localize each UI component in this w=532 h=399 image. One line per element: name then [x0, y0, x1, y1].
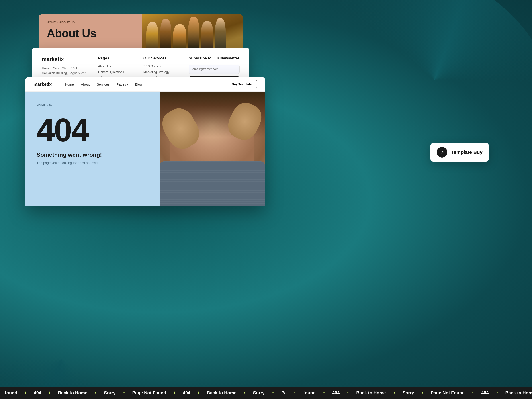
ticker-item-back-3: Back to Home	[351, 390, 391, 395]
error-content: HOME > 404 404 Something went wrong! The…	[25, 92, 265, 206]
buy-template-badge[interactable]: ↗ Template Buy	[431, 143, 489, 162]
navbar-nav: Home About Services Pages Blog	[65, 82, 227, 86]
error-description: The page you're looking for does not exi…	[37, 161, 149, 165]
ticker-item-sorry-3: Sorry	[398, 390, 419, 395]
ticker-star-14: ✦	[471, 391, 475, 395]
ticker-item-back-1: Back to Home	[53, 390, 92, 395]
ticker-star-13: ✦	[421, 391, 424, 395]
error-breadcrumb: HOME > 404	[37, 104, 149, 107]
footer-services-title: Our Services	[143, 56, 180, 61]
ticker-star-10: ✦	[322, 391, 326, 395]
error-heading: Something went wrong!	[37, 151, 149, 158]
ticker-star-9: ✦	[293, 391, 297, 395]
ticker-star-2: ✦	[48, 391, 51, 395]
ticker-item-found-2: found	[298, 390, 321, 395]
about-card: HOME > ABOUT US About Us	[39, 14, 243, 51]
ticker-star-3: ✦	[94, 391, 97, 395]
navbar-brand: marketix	[33, 82, 52, 87]
error-left-panel: HOME > 404 404 Something went wrong! The…	[25, 92, 160, 206]
ticker-item-404-4: 404	[476, 390, 494, 395]
error-right-panel	[160, 92, 265, 206]
ticker-star-11: ✦	[346, 391, 349, 395]
nav-pages[interactable]: Pages	[117, 82, 128, 86]
buy-template-button[interactable]: Buy Template	[227, 80, 257, 89]
ticker-item-sorry-1: Sorry	[99, 390, 120, 395]
ticker-star-15: ✦	[495, 391, 499, 395]
about-image	[142, 14, 243, 51]
footer-link-marketing[interactable]: Marketing Strategy	[143, 70, 180, 74]
ticker-item-found-1: found	[0, 390, 22, 395]
ticker-bar: found ✦ 404 ✦ Back to Home ✦ Sorry ✦ Pag…	[0, 387, 532, 399]
ticker-item-sorry-2: Sorry	[248, 390, 270, 395]
footer-link-seo[interactable]: SEO Booster	[143, 64, 180, 68]
ticker-star-7: ✦	[243, 391, 247, 395]
nav-services[interactable]: Services	[97, 82, 110, 86]
nav-blog[interactable]: Blog	[135, 82, 142, 86]
nav-home[interactable]: Home	[65, 82, 74, 86]
ticker-star-8: ✦	[271, 391, 275, 395]
ticker-item-pa-1: Pa	[276, 390, 291, 395]
ticker-item-back-4: Back to Home	[500, 390, 532, 395]
navbar: marketix Home About Services Pages Blog …	[25, 77, 265, 92]
ticker-star-1: ✦	[24, 391, 27, 395]
ticker-item-404-1: 404	[29, 390, 46, 395]
error-code: 404	[37, 114, 149, 146]
error-page-card: marketix Home About Services Pages Blog …	[25, 77, 265, 206]
nav-about[interactable]: About	[81, 82, 89, 86]
ticker-star-12: ✦	[393, 391, 396, 395]
footer-newsletter-title: Subscribe to Our Newsletter	[189, 56, 240, 61]
buy-template-text: Template Buy	[451, 149, 482, 155]
footer-brand: marketix	[42, 56, 89, 62]
buy-template-icon: ↗	[437, 147, 447, 158]
footer-link-general[interactable]: General Questions	[98, 70, 134, 74]
footer-pages-title: Pages	[98, 56, 134, 61]
ticker-star-5: ✦	[173, 391, 176, 395]
ticker-item-notfound-2: Page Not Found	[426, 390, 469, 395]
ticker-track: found ✦ 404 ✦ Back to Home ✦ Sorry ✦ Pag…	[0, 390, 532, 395]
ticker-item-404-2: 404	[178, 390, 195, 395]
sweater	[160, 161, 265, 206]
footer-link-about[interactable]: About Us	[98, 64, 134, 68]
error-image	[160, 92, 265, 206]
ticker-star-4: ✦	[122, 391, 126, 395]
ticker-star-6: ✦	[197, 391, 200, 395]
newsletter-input[interactable]	[189, 64, 240, 74]
ticker-item-back-2: Back to Home	[202, 390, 241, 395]
ticker-item-404-3: 404	[327, 390, 344, 395]
ticker-item-notfound-1: Page Not Found	[127, 390, 171, 395]
